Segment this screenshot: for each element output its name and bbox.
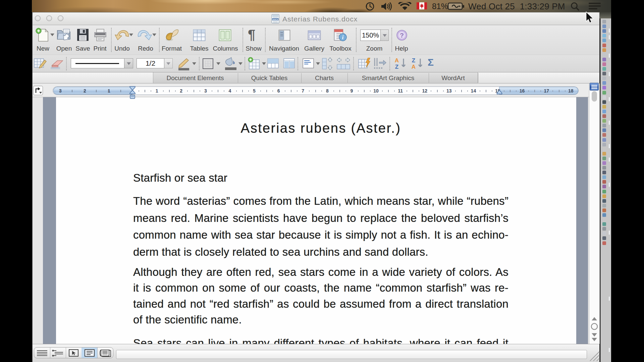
svg-text:Z: Z [412, 57, 415, 64]
svg-text:A: A [412, 64, 416, 70]
svg-text:A: A [395, 57, 399, 64]
svg-text:i: i [342, 35, 344, 40]
svg-text:?: ? [400, 32, 404, 39]
svg-text:Z: Z [395, 64, 398, 70]
svg-text:DOCX: DOCX [273, 18, 278, 20]
